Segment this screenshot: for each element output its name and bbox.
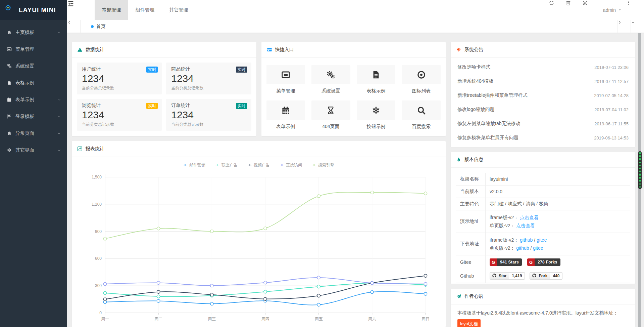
- svg-text:600: 600: [95, 256, 102, 261]
- clear-cache-button[interactable]: [565, 0, 582, 20]
- download-link[interactable]: gitee: [537, 237, 547, 243]
- tab-home[interactable]: 首页: [81, 20, 116, 33]
- page-tabbar: 首页: [67, 20, 644, 33]
- download-link[interactable]: github: [516, 245, 529, 251]
- sidebar-item[interactable]: 系统设置: [0, 58, 67, 75]
- stats-panel-header: 数据统计: [72, 42, 256, 58]
- header-nav-tab[interactable]: 其它管理: [162, 0, 195, 20]
- vertical-scrollbar[interactable]: [638, 33, 641, 327]
- quick-entry-item[interactable]: 图标列表: [402, 65, 441, 94]
- header-spacer: [195, 0, 549, 20]
- sidebar-item[interactable]: 主页模板: [0, 24, 67, 41]
- sidebar-item-label: 表单示例: [15, 97, 57, 103]
- announcement-text: 修复多模块菜单栏展开有问题: [457, 135, 518, 141]
- quick-entry-item[interactable]: 表单示例: [266, 100, 305, 130]
- quick-entry-item[interactable]: 系统设置: [311, 65, 350, 94]
- author-title: 作者心语: [464, 293, 483, 299]
- refresh-button[interactable]: [549, 0, 565, 20]
- stat-card-caption: 当前分类总记录数: [82, 85, 157, 91]
- stat-card-caption: 当前分类总记录数: [171, 122, 246, 127]
- framework-name: layuimini: [486, 173, 630, 186]
- home-icon: [7, 131, 12, 136]
- quick-entry-item[interactable]: 404页面: [311, 100, 350, 130]
- sidebar: LAYUI MINI 主页模板菜单管理系统设置表格示例表单示例登录模板异常页面其…: [0, 0, 67, 327]
- quick-entry-item[interactable]: 表格示例: [357, 65, 396, 94]
- svg-text:0: 0: [99, 311, 102, 315]
- header-nav-tab[interactable]: 常规管理: [95, 0, 128, 20]
- legend-item[interactable]: 联盟广告: [215, 162, 238, 168]
- announcement-text: 修复左侧菜单缩放tab无法移动: [457, 121, 520, 127]
- legend-item[interactable]: 邮件营销: [183, 162, 205, 168]
- sidebar-item[interactable]: 菜单管理: [0, 41, 67, 58]
- author-body: 本模板基于layui2.5.4以及font-awesome-4.7.0进行实现。…: [451, 304, 635, 327]
- announcement-row: 修复左侧菜单缩放tab无法移动2019-06-17 11:55: [457, 117, 629, 131]
- announcement-date: 2019-06-13 14:53: [594, 135, 629, 140]
- sidebar-item[interactable]: 其它界面: [0, 142, 67, 159]
- legend-item[interactable]: 搜索引擎: [312, 162, 334, 168]
- tabs-menu-button[interactable]: [631, 20, 644, 33]
- demo-link[interactable]: 点击查看: [520, 215, 539, 220]
- svg-text:周六: 周六: [368, 317, 376, 321]
- sidebar-item-label: 系统设置: [15, 63, 61, 69]
- calendar-icon: [281, 106, 290, 115]
- features-value: 零门槛 / 响应式 / 清爽 / 极简: [486, 198, 630, 210]
- file-icon: [371, 70, 381, 79]
- download-link[interactable]: gitee: [533, 245, 543, 251]
- quick-entry-tile: [402, 100, 441, 120]
- snowflake-icon: [371, 106, 381, 115]
- quick-entry-item[interactable]: 菜单管理: [266, 65, 305, 94]
- collapse-sidebar-button[interactable]: [67, 0, 95, 20]
- sidebar-menu: 主页模板菜单管理系统设置表格示例表单示例登录模板异常页面其它界面: [0, 20, 67, 159]
- current-version: v2.0.0: [486, 186, 630, 198]
- legend-item[interactable]: 视频广告: [248, 162, 270, 168]
- scrollbar-thumb[interactable]: [638, 151, 642, 189]
- tabs-scroll-left-button[interactable]: [67, 20, 81, 33]
- sidebar-item[interactable]: 登录模板: [0, 108, 67, 125]
- svg-text:周五: 周五: [315, 317, 323, 321]
- layui-doc-link[interactable]: layui文档: [457, 319, 481, 327]
- download-line: iframe版-v2： github / gitee: [490, 236, 626, 244]
- download-links: iframe版-v2： github / gitee单页版-v2： github…: [486, 233, 630, 255]
- gitee-badge[interactable]: G941 Stars: [490, 258, 522, 266]
- megaphone-icon: [456, 47, 461, 52]
- quick-entry-item[interactable]: 按钮示例: [357, 100, 396, 130]
- more-options-button[interactable]: [626, 0, 640, 20]
- quick-entry-panel: 快捷入口 菜单管理系统设置表格示例图标列表表单示例404页面按钮示例百度搜索: [261, 42, 446, 136]
- stat-card-caption: 当前分类总记录数: [171, 85, 246, 91]
- announcements-panel: 系统公告 修改选项卡样式2019-07-11 23:06新增系统404模板201…: [451, 42, 635, 147]
- header-nav-tab[interactable]: 组件管理: [128, 0, 162, 20]
- logo-text: LAYUI MINI: [19, 6, 56, 14]
- main-content: 数据统计 用户统计1234当前分类总记录数实时商品统计1234当前分类总记录数实…: [67, 33, 644, 327]
- sidebar-item[interactable]: 异常页面: [0, 125, 67, 142]
- report-panel-header: 报表统计: [72, 141, 446, 157]
- sidebar-item[interactable]: 表单示例: [0, 91, 67, 108]
- octocat-icon: [532, 274, 537, 278]
- quick-entry-item[interactable]: 百度搜索: [402, 100, 441, 130]
- realtime-badge: 实时: [146, 103, 158, 109]
- version-table: 框架名称 layuimini 当前版本 v2.0.0 主要特色 零门槛 / 响应…: [456, 173, 630, 283]
- github-badge[interactable]: Fork440: [530, 272, 562, 280]
- legend-label: 直接访问: [286, 162, 302, 168]
- quick-entry-tile: [266, 65, 305, 84]
- stat-card-label: 浏览统计: [82, 103, 157, 109]
- svg-text:周三: 周三: [208, 317, 216, 321]
- gitee-badge[interactable]: G278 Forks: [527, 258, 560, 266]
- logo[interactable]: LAYUI MINI: [0, 0, 67, 20]
- demo-link[interactable]: 点击查看: [516, 223, 535, 228]
- legend-item[interactable]: 直接访问: [280, 162, 302, 168]
- svg-text:1,200: 1,200: [92, 202, 102, 207]
- user-menu[interactable]: admin: [599, 0, 626, 20]
- github-badge[interactable]: Star1,419: [490, 272, 525, 280]
- sidebar-item[interactable]: 表格示例: [0, 75, 67, 91]
- download-line: 单页版-v2： github / gitee: [490, 244, 626, 252]
- tabs-scroll-right-button[interactable]: [617, 20, 631, 33]
- download-link[interactable]: github: [520, 237, 533, 243]
- author-panel: 作者心语 本模板基于layui2.5.4以及font-awesome-4.7.0…: [451, 289, 635, 327]
- report-panel: 报表统计 邮件营销联盟广告视频广告直接访问搜索引擎 03006009001,20…: [72, 141, 446, 327]
- header-nav-tabs: 常规管理组件管理其它管理: [95, 0, 195, 20]
- announcement-text: 修改logo缩放问题: [457, 107, 494, 113]
- fullscreen-button[interactable]: [582, 0, 599, 20]
- gitee-badge-text: 278 Forks: [535, 258, 560, 266]
- announcement-date: 2019-07-11 12:57: [594, 79, 629, 84]
- quick-entry-label: 表单示例: [266, 124, 305, 130]
